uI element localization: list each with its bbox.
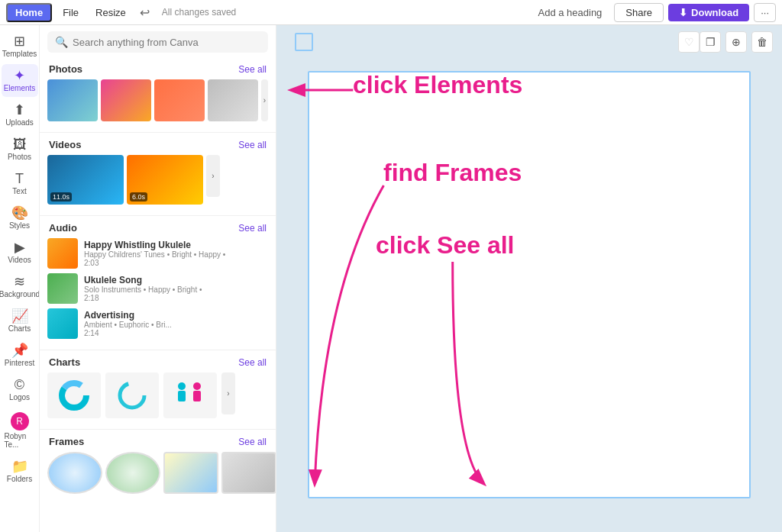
text-icon: T (15, 172, 24, 185)
photo-thumb-2[interactable] (101, 79, 151, 121)
frames-section-header: Frames See all (40, 433, 276, 452)
photos-nav-next[interactable]: › (261, 79, 268, 121)
audio-thumb-3 (47, 308, 78, 339)
canvas-duplicate-button[interactable]: ⊕ (725, 31, 747, 53)
audio-meta-2: Solo Instruments • Happy • Bright • (84, 285, 202, 294)
share-button[interactable]: Share (614, 3, 664, 22)
svg-point-2 (120, 383, 144, 408)
svg-rect-6 (193, 391, 201, 401)
undo-button[interactable]: ↩ (137, 4, 153, 21)
photo-thumb-4[interactable] (208, 79, 258, 121)
uploads-icon: ⬆ (14, 103, 25, 117)
sidebar-item-label: Elements (4, 84, 36, 92)
sidebar-item-text[interactable]: T Text (2, 167, 38, 200)
photos-row: › (40, 79, 276, 129)
audio-title-3: Advertising (84, 310, 172, 321)
sidebar-item-robyn[interactable]: R Robyn Te... (2, 408, 38, 453)
download-button[interactable]: ⬇ Download (668, 4, 749, 21)
home-button[interactable]: Home (6, 3, 52, 22)
audio-item-2[interactable]: Ukulele Song Solo Instruments • Happy • … (47, 273, 268, 304)
add-heading-button[interactable]: Add a heading (530, 5, 609, 21)
resize-button[interactable]: Resize (89, 5, 132, 21)
sidebar-item-uploads[interactable]: ⬆ Uploads (2, 98, 38, 131)
sidebar-item-label: Logos (9, 393, 30, 401)
frame-thumb-4[interactable] (221, 452, 276, 494)
videos-section-title: Videos (49, 139, 81, 150)
sidebar-item-pinterest[interactable]: 📌 Pinterest (2, 339, 38, 372)
photos-section-header: Photos See all (40, 60, 276, 79)
sidebar-item-label: Robyn Te... (5, 432, 35, 449)
videos-see-all[interactable]: See all (238, 140, 267, 150)
photos-section-title: Photos (49, 63, 82, 75)
sidebar-item-photos[interactable]: 🖼 Photos (2, 133, 38, 166)
search-icon: 🔍 (55, 36, 68, 48)
search-input[interactable] (73, 37, 260, 48)
frames-section-title: Frames (49, 436, 84, 447)
audio-duration-1: 2:03 (84, 259, 225, 267)
templates-icon: ⊞ (14, 34, 25, 48)
sidebar-item-label: Styles (9, 221, 30, 230)
sidebar-item-folders[interactable]: 📁 Folders (2, 455, 38, 488)
more-options-button[interactable]: ··· (754, 3, 776, 22)
canvas-white-area[interactable] (308, 71, 751, 498)
background-icon: ≋ (14, 275, 25, 289)
charts-section-title: Charts (49, 356, 80, 368)
audio-info-3: Advertising Ambient • Euphoric • Bri... … (84, 310, 172, 337)
chart-thumb-3[interactable] (163, 372, 217, 418)
charts-row: › (40, 372, 276, 426)
page-indicator (295, 33, 313, 51)
videos-icon: ▶ (15, 240, 25, 254)
topbar: Home File Resize ↩ All changes saved Add… (0, 0, 782, 25)
videos-nav-next[interactable]: › (206, 155, 220, 197)
audio-info-2: Ukulele Song Solo Instruments • Happy • … (84, 275, 202, 302)
frames-see-all[interactable]: See all (238, 437, 267, 447)
video-duration-1: 11.0s (50, 192, 72, 202)
chart-thumb-2[interactable] (105, 372, 159, 418)
charts-see-all[interactable]: See all (238, 357, 267, 368)
photo-thumb-3[interactable] (154, 79, 205, 121)
sidebar-item-label: Folders (7, 475, 32, 483)
canvas-toolbar: ❐ ⊕ 🗑 (700, 31, 773, 53)
charts-icon: 📈 (11, 309, 28, 323)
styles-icon: 🎨 (11, 206, 28, 220)
frame-thumb-1[interactable] (47, 452, 102, 494)
elements-icon: ✦ (14, 69, 25, 82)
frame-thumb-2[interactable] (105, 452, 160, 494)
sidebar-item-background[interactable]: ≋ Background (2, 270, 38, 303)
audio-item-3[interactable]: Advertising Ambient • Euphoric • Bri... … (47, 308, 268, 339)
search-bar[interactable]: 🔍 (47, 31, 268, 53)
canvas-heart-button[interactable]: ♡ (678, 31, 700, 53)
audio-section-title: Audio (49, 222, 77, 234)
videos-row: 11.0s 6.0s › (40, 155, 276, 212)
sidebar-item-styles[interactable]: 🎨 Styles (2, 202, 38, 234)
sidebar-item-videos[interactable]: ▶ Videos (2, 236, 38, 269)
video-thumb-2[interactable]: 6.0s (127, 155, 203, 205)
audio-thumb-2 (47, 273, 78, 304)
audio-see-all[interactable]: See all (238, 223, 267, 234)
audio-thumb-1 (47, 238, 78, 269)
sidebar-item-logos[interactable]: © Logos (2, 373, 38, 406)
audio-duration-2: 2:18 (84, 294, 202, 302)
video-thumb-1[interactable]: 11.0s (47, 155, 124, 205)
audio-list: Happy Whistling Ukulele Happy Childrens'… (40, 238, 276, 347)
sidebar-item-elements[interactable]: ✦ Elements (2, 64, 38, 97)
photo-thumb-1[interactable] (47, 79, 98, 121)
file-button[interactable]: File (57, 5, 85, 21)
sidebar-item-charts[interactable]: 📈 Charts (2, 305, 38, 337)
sidebar-item-label: Templates (2, 50, 37, 58)
audio-item-1[interactable]: Happy Whistling Ukulele Happy Childrens'… (47, 238, 268, 269)
canvas-copy-button[interactable]: ❐ (700, 31, 721, 53)
sidebar-item-label: Photos (8, 153, 31, 161)
audio-section-header: Audio See all (40, 219, 276, 238)
sidebar-item-templates[interactable]: ⊞ Templates (2, 30, 38, 63)
canvas-delete-button[interactable]: 🗑 (751, 31, 773, 53)
audio-info-1: Happy Whistling Ukulele Happy Childrens'… (84, 240, 225, 267)
charts-nav-next[interactable]: › (221, 372, 235, 414)
logos-icon: © (15, 378, 24, 392)
sidebar-item-label: Text (12, 187, 26, 195)
chart-thumb-1[interactable] (47, 372, 101, 418)
photos-see-all[interactable]: See all (238, 64, 267, 75)
frame-thumb-3[interactable] (163, 452, 218, 494)
elements-panel: 🔍 Photos See all › Videos See all 11.0s (40, 25, 276, 532)
sidebar-item-label: Charts (8, 324, 31, 333)
